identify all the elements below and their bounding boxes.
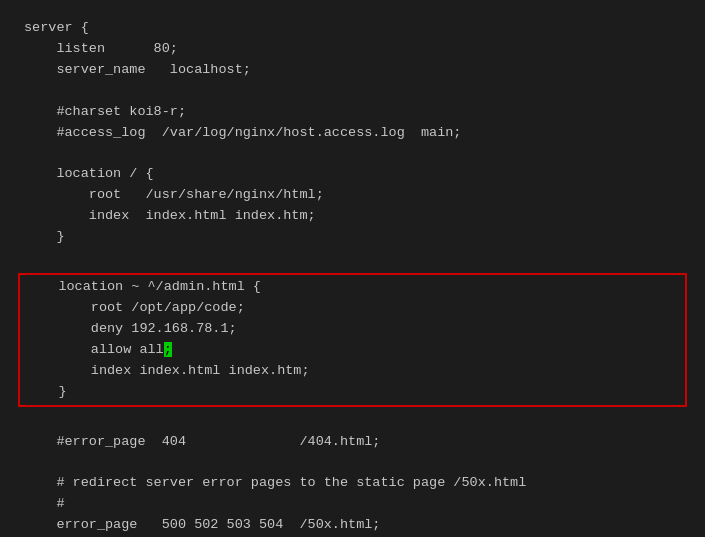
code-line [24, 144, 681, 165]
code-line: root /opt/app/code; [26, 298, 679, 319]
code-line: location ~ ^/admin.html { [26, 277, 679, 298]
code-line: } [26, 382, 679, 403]
code-line: #error_page 404 /404.html; [24, 432, 681, 453]
code-line: index index.html index.htm; [26, 361, 679, 382]
code-line: root /usr/share/nginx/html; [24, 185, 681, 206]
code-line: server { [24, 18, 681, 39]
code-line: location / { [24, 164, 681, 185]
code-line: error_page 500 502 503 504 /50x.html; [24, 515, 681, 536]
cursor: ; [164, 342, 172, 357]
code-line: listen 80; [24, 39, 681, 60]
code-line: index index.html index.htm; [24, 206, 681, 227]
code-line: # redirect server error pages to the sta… [24, 473, 681, 494]
allow-all-text: allow all [91, 342, 164, 357]
code-line [24, 81, 681, 102]
code-line: #access_log /var/log/nginx/host.access.l… [24, 123, 681, 144]
code-line: } [24, 227, 681, 248]
code-editor: server { listen 80; server_name localhos… [0, 0, 705, 537]
code-line [24, 452, 681, 473]
allow-all-line: allow all; [26, 340, 679, 361]
code-line: #charset koi8-r; [24, 102, 681, 123]
code-line: server_name localhost; [24, 60, 681, 81]
code-line: deny 192.168.78.1; [26, 319, 679, 340]
code-line: # [24, 494, 681, 515]
highlighted-region: location ~ ^/admin.html { root /opt/app/… [18, 273, 687, 407]
code-line [24, 248, 681, 269]
code-line [24, 411, 681, 432]
